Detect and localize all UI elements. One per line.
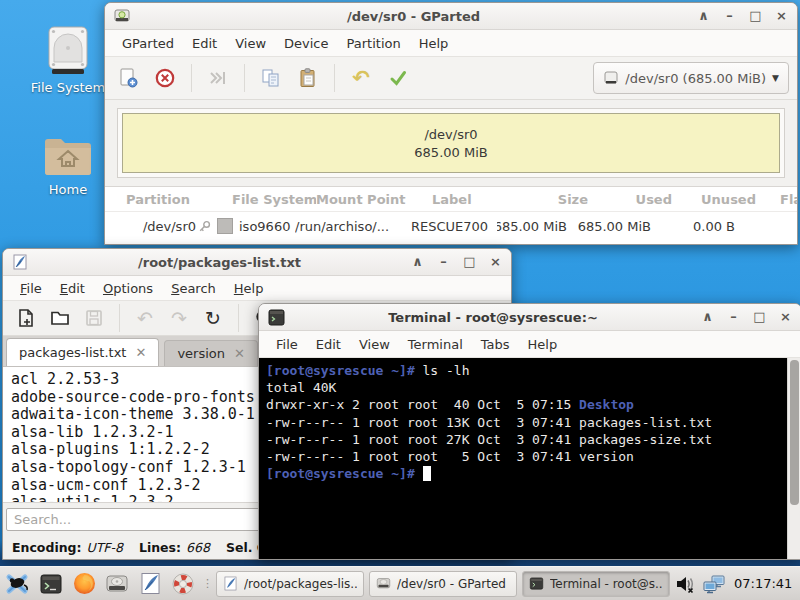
minimize-button[interactable]: – <box>723 4 736 28</box>
task-button-gparted[interactable]: /dev/sr0 - GParted <box>369 571 517 597</box>
applications-menu-button[interactable] <box>4 570 32 598</box>
shade-button[interactable]: ∧ <box>411 250 424 274</box>
partition-cell-2: /run/archiso/... <box>295 219 401 234</box>
firefox-launcher[interactable] <box>70 570 98 598</box>
reload-button[interactable]: ↻ <box>200 305 226 331</box>
editor-tab-version[interactable]: version✕ <box>164 340 258 366</box>
xfce-mouse-icon <box>5 571 31 597</box>
apply-check-icon <box>387 67 409 89</box>
shade-button[interactable]: ∧ <box>697 4 710 28</box>
home-folder-icon <box>42 134 94 178</box>
undo-button[interactable]: ↶ <box>346 63 376 93</box>
terminal-menu-file[interactable]: File <box>267 334 307 355</box>
redo-button[interactable]: ↷ <box>166 305 192 331</box>
apply-button[interactable] <box>383 63 413 93</box>
terminal-icon <box>529 576 544 591</box>
gparted-menu-partition[interactable]: Partition <box>338 33 410 54</box>
desktop-icon-home[interactable]: Home <box>20 134 116 197</box>
undo-button[interactable]: ↶ <box>132 305 158 331</box>
task-button-terminal[interactable]: Terminal - root@s... <box>522 571 670 597</box>
text-editor-launcher[interactable] <box>136 570 164 598</box>
editor-menu-edit[interactable]: Edit <box>51 278 94 299</box>
new-file-button[interactable] <box>13 305 39 331</box>
gparted-menu-gparted[interactable]: GParted <box>113 33 183 54</box>
open-file-button[interactable] <box>47 305 73 331</box>
close-button[interactable]: × <box>775 4 788 28</box>
editor-menu-options[interactable]: Options <box>94 278 162 299</box>
editor-tab-packages-list.txt[interactable]: packages-list.txt✕ <box>6 338 159 366</box>
column-header-mount-point[interactable]: Mount Point <box>316 192 422 207</box>
gparted-window: /dev/sr0 - GParted ∧ – □ × GPartedEditVi… <box>104 2 798 245</box>
new-file-icon <box>16 308 36 328</box>
copy-button[interactable] <box>256 63 286 93</box>
new-partition-icon <box>117 67 139 89</box>
save-floppy-icon <box>84 308 104 328</box>
column-header-size[interactable]: Size <box>518 192 588 207</box>
shade-button[interactable]: ∧ <box>701 305 714 329</box>
task-button-editor[interactable]: /root/packages-lis... <box>216 571 364 597</box>
desktop-icon-file-system[interactable]: File System <box>20 24 116 95</box>
gparted-disk-icon <box>105 572 129 596</box>
new-partition-button[interactable] <box>113 63 143 93</box>
close-button[interactable]: × <box>489 250 502 274</box>
partition-row[interactable]: /dev/sr0iso9660/run/archiso/...RESCUE700… <box>105 212 797 240</box>
scrollbar-thumb[interactable] <box>790 360 799 505</box>
device-selector[interactable]: /dev/sr0 (685.00 MiB) ▼ <box>593 62 789 94</box>
network-icon[interactable] <box>702 573 727 595</box>
column-header-file-system[interactable]: File System <box>232 192 316 207</box>
clock[interactable]: 07:17:41 <box>732 576 797 591</box>
gparted-menu-view[interactable]: View <box>226 33 275 54</box>
terminal-launcher[interactable] <box>37 570 65 598</box>
partition-cell-1: iso9660 <box>211 218 295 234</box>
save-button[interactable] <box>81 305 107 331</box>
close-button[interactable]: × <box>779 305 792 329</box>
terminal-titlebar[interactable]: Terminal - root@sysrescue:~ ∧ – □ × <box>259 304 800 331</box>
tab-close-icon[interactable]: ✕ <box>234 346 245 361</box>
resize-move-button[interactable] <box>203 63 233 93</box>
gparted-launcher[interactable] <box>103 570 131 598</box>
help-launcher[interactable] <box>169 570 197 598</box>
terminal-scrollbar[interactable] <box>787 358 800 559</box>
tab-close-icon[interactable]: ✕ <box>135 345 146 360</box>
column-header-partition[interactable]: Partition <box>105 192 232 207</box>
terminal-line: -rw-r--r-- 1 root root 13K Oct 3 07:41 p… <box>266 414 783 431</box>
maximize-button[interactable]: □ <box>463 250 476 274</box>
terminal-menu-tabs[interactable]: Tabs <box>472 334 519 355</box>
gparted-titlebar[interactable]: /dev/sr0 - GParted ∧ – □ × <box>105 3 797 30</box>
minimize-button[interactable]: – <box>727 305 740 329</box>
device-selector-label: /dev/sr0 (685.00 MiB) <box>625 71 766 86</box>
terminal-menu-edit[interactable]: Edit <box>307 334 350 355</box>
terminal-menu-help[interactable]: Help <box>519 334 567 355</box>
minimize-button[interactable]: – <box>437 250 450 274</box>
disk-visual-frame: /dev/sr0 685.00 MiB <box>117 108 785 178</box>
gparted-menu-help[interactable]: Help <box>410 33 458 54</box>
terminal-window: Terminal - root@sysrescue:~ ∧ – □ × File… <box>258 303 800 560</box>
partition-cell-3: RESCUE700 <box>401 219 497 234</box>
panel-handle[interactable]: ⋮ <box>202 581 211 586</box>
disk-visual[interactable]: /dev/sr0 685.00 MiB <box>122 113 780 173</box>
column-header-flags[interactable]: Flags <box>756 192 797 207</box>
filesystem-color-swatch <box>217 218 233 234</box>
editor-menu-file[interactable]: File <box>11 278 51 299</box>
editor-app-icon <box>12 254 28 270</box>
editor-menu-search[interactable]: Search <box>162 278 225 299</box>
gparted-menu-edit[interactable]: Edit <box>183 33 226 54</box>
column-header-used[interactable]: Used <box>588 192 672 207</box>
column-header-unused[interactable]: Unused <box>672 192 756 207</box>
paste-button[interactable] <box>293 63 323 93</box>
terminal-menu-view[interactable]: View <box>350 334 399 355</box>
editor-menu-help[interactable]: Help <box>225 278 273 299</box>
delete-partition-icon <box>154 67 176 89</box>
maximize-button[interactable]: □ <box>753 305 766 329</box>
gparted-menu-device[interactable]: Device <box>275 33 337 54</box>
terminal-output[interactable]: [root@sysrescue ~]# ls -lhtotal 40Kdrwxr… <box>259 358 800 559</box>
window-title: /root/packages-list.txt <box>35 255 404 270</box>
editor-titlebar[interactable]: /root/packages-list.txt ∧ – □ × <box>3 249 511 276</box>
terminal-menu-terminal[interactable]: Terminal <box>399 334 472 355</box>
window-title: Terminal - root@sysrescue:~ <box>292 310 694 325</box>
delete-partition-button[interactable] <box>150 63 180 93</box>
gparted-app-icon <box>114 8 130 24</box>
maximize-button[interactable]: □ <box>749 4 762 28</box>
volume-muted-icon[interactable] <box>675 573 697 595</box>
column-header-label[interactable]: Label <box>422 192 518 207</box>
